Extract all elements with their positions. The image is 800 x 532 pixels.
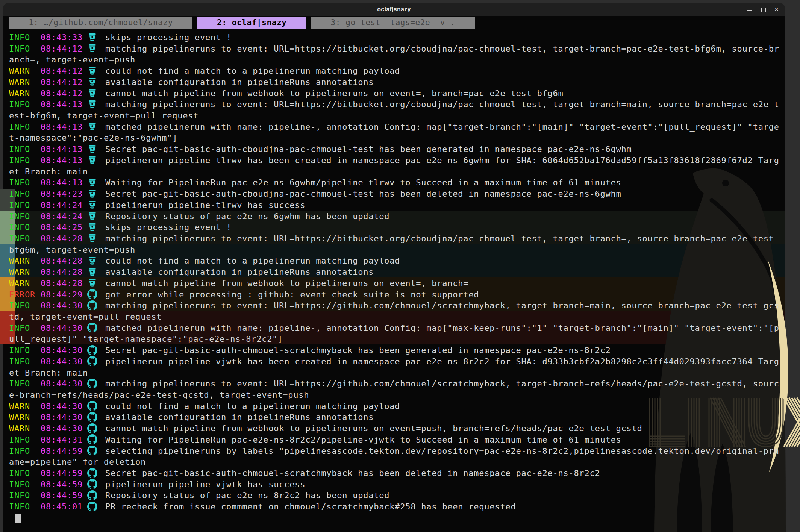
log-row: WARN08:44:30cannot match pipeline from w… [9,423,785,434]
log-message: Secret pac-git-basic-auth-cboudjna-pac-c… [105,144,632,154]
log-message: skips processing event ! [105,33,232,42]
log-message: matching pipelineruns to event: URL=http… [105,100,779,109]
log-row: INFO08:44:24Repository status of pac-e2e… [9,211,785,222]
log-message: skips processing event ! [105,223,232,232]
bitbucket-bucket-icon [83,77,105,87]
bitbucket-bucket-icon [83,267,105,277]
titlebar[interactable]: oclaf|snazy ✕ [3,3,785,16]
github-octocat-icon [83,345,105,355]
log-output: INFO08:43:33skips processing event !INFO… [3,32,785,523]
log-timestamp: 08:44:13 [41,144,83,155]
github-octocat-icon [83,289,105,299]
log-row: INFO08:44:25skips processing event ! [9,222,785,233]
log-level: INFO [9,479,41,490]
bitbucket-bucket-icon [83,233,105,243]
log-row: WARN08:44:30available configuration in p… [9,412,785,423]
log-message: PR recheck from issue commment on chmoue… [105,502,516,511]
log-row: INFO08:44:13Secret pac-git-basic-auth-cb… [9,144,785,155]
log-row: INFO08:44:24pipelinerun pipeline-tlrwv h… [9,200,785,211]
log-row: INFO08:44:13matched pipelinerun with nam… [9,121,785,133]
log-message: matched pipelinerun with name: pipeline-… [105,323,779,333]
log-level: INFO [9,323,41,334]
log-row: INFO08:44:30Secret pac-git-basic-auth-ch… [9,345,785,356]
maximize-button[interactable] [761,7,765,12]
log-level: INFO [9,144,41,155]
log-message: Repository status of pac-e2e-ns-8r2c2 ha… [105,491,389,500]
log-level: INFO [9,434,41,446]
log-level: INFO [9,501,41,512]
github-octocat-icon [83,479,105,489]
log-level: INFO [9,490,41,501]
bitbucket-bucket-icon [83,43,105,53]
log-level: INFO [9,222,41,233]
tmux-tab-bar: 1: …/github.com/chmouel/snazy2: oclaf|sn… [3,16,785,29]
bitbucket-bucket-icon [83,121,105,132]
close-button[interactable]: ✕ [774,7,779,12]
log-level: WARN [9,278,41,289]
log-row-continuation: bfg6m, target-event=push [9,244,785,256]
log-timestamp: 08:44:12 [41,88,83,99]
tab-1[interactable]: 1: …/github.com/chmouel/snazy [9,17,192,29]
log-timestamp: 08:44:59 [41,479,83,490]
log-level: WARN [9,423,41,434]
log-row-continuation: ame=pipeline" for deletion [9,456,785,468]
bitbucket-bucket-icon [83,222,105,232]
window-controls: ✕ [747,3,779,16]
log-row: INFO08:44:12matching pipelineruns to eve… [9,43,785,55]
log-message: available configuration in pipelineRuns … [105,412,374,422]
log-message: Repository status of pac-e2e-ns-6gwhm ha… [105,212,389,221]
log-level: INFO [9,356,41,367]
log-row: INFO08:44:30matching pipelineruns to eve… [9,378,785,390]
log-timestamp: 08:44:24 [41,211,83,222]
github-octocat-icon [83,490,105,500]
bitbucket-bucket-icon [83,32,105,42]
log-row: INFO08:44:13Waiting for PipelineRun pac-… [9,177,785,188]
log-row: WARN08:44:30could not find a match to a … [9,401,785,412]
tab-3[interactable]: 3: go test -tags=e2e -v . [311,17,474,29]
log-message: selecting pipelineruns by labels "pipeli… [105,446,779,456]
tab-2[interactable]: 2: oclaf|snazy [197,17,306,29]
log-row: INFO08:44:13pipelinerun pipeline-tlrwv h… [9,155,785,166]
log-timestamp: 08:44:28 [41,233,83,244]
bitbucket-bucket-icon [83,155,105,165]
log-level: WARN [9,412,41,423]
log-timestamp: 08:44:30 [41,401,83,412]
github-octocat-icon [83,446,105,456]
log-timestamp: 08:44:30 [41,356,83,367]
log-timestamp: 08:44:13 [41,155,83,166]
log-message: got error while processing : github: eve… [105,290,479,299]
log-timestamp: 08:44:30 [41,378,83,390]
log-row-continuation: anch=, target-event=push [9,54,785,65]
log-row: INFO08:45:01PR recheck from issue commme… [9,501,785,512]
github-octocat-icon [83,356,105,366]
log-timestamp: 08:44:30 [41,300,83,311]
terminal-cursor[interactable] [15,514,21,523]
log-row-continuation: est-bfg6m, target-event=pull_request [9,110,785,121]
log-row: INFO08:44:31Waiting for PipelineRun pac-… [9,434,785,446]
log-row: INFO08:44:59Secret pac-git-basic-auth-ch… [9,468,785,479]
log-row: INFO08:44:59Repository status of pac-e2e… [9,490,785,501]
bitbucket-bucket-icon [83,144,105,154]
log-timestamp: 08:44:59 [41,468,83,479]
log-row: INFO08:44:28matching pipelineruns to eve… [9,233,785,244]
bitbucket-bucket-icon [83,99,105,109]
github-octocat-icon [83,434,105,444]
terminal-content[interactable]: INFO08:43:33skips processing event !INFO… [3,29,785,532]
log-row: INFO08:44:30matching pipelineruns to eve… [9,300,785,311]
log-message: matched pipelinerun with name: pipeline-… [105,122,779,132]
log-level: WARN [9,255,41,267]
minimize-button[interactable] [747,7,752,12]
log-level: WARN [9,267,41,278]
log-row-continuation: td, target-event=pull_request [9,311,785,323]
log-message: pipelinerun pipeline-tlrwv has success [105,200,305,210]
log-level: INFO [9,177,41,188]
log-message: Secret pac-git-basic-auth-chmouel-scratc… [105,346,611,355]
github-octocat-icon [83,323,105,333]
log-row: WARN08:44:28available configuration in p… [9,267,785,278]
log-timestamp: 08:44:25 [41,222,83,233]
log-message: pipelinerun pipeline-tlrwv has been crea… [105,156,779,165]
log-row: INFO08:43:33skips processing event ! [9,32,785,43]
log-message: matching pipelineruns to event: URL=http… [105,44,779,53]
log-timestamp: 08:44:12 [41,65,83,77]
log-row-continuation: et Branch: main [9,166,785,177]
